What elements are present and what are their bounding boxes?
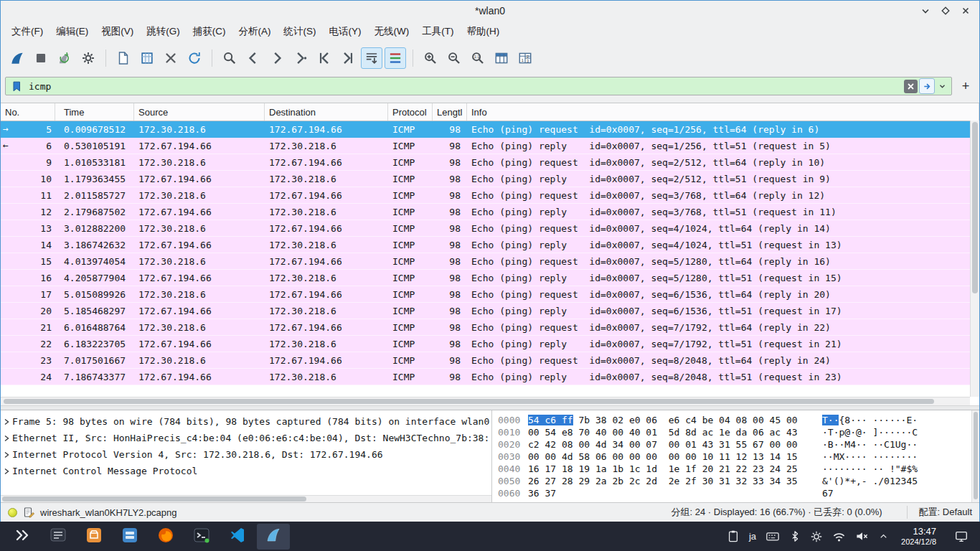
display-filter-box[interactable] [5, 77, 952, 95]
packet-row[interactable]: 122.179687502172.67.194.66172.30.218.6IC… [1, 204, 970, 220]
menu-item[interactable]: 统计(S) [278, 22, 323, 41]
wifi-icon[interactable] [832, 530, 846, 542]
packet-row[interactable]: 205.185468297172.67.194.66172.30.218.6IC… [1, 303, 970, 319]
menu-item[interactable]: 文件(F) [5, 22, 50, 41]
find-packet-button[interactable] [219, 47, 240, 69]
last-packet-button[interactable] [337, 47, 359, 69]
open-file-button[interactable] [113, 47, 134, 69]
hex-row[interactable]: 006036 3767 [492, 487, 979, 499]
packet-row[interactable]: 164.205877904172.67.194.66172.30.218.6IC… [1, 270, 970, 286]
hex-vscrollbar[interactable] [971, 410, 979, 502]
title-bar[interactable]: *wlan0 [1, 1, 979, 21]
window-list-button[interactable] [42, 524, 75, 550]
clipboard-icon[interactable] [727, 529, 740, 543]
restart-capture-button[interactable] [54, 47, 75, 69]
column-layout-button[interactable]: 123 [514, 47, 536, 69]
menu-item[interactable]: 电话(Y) [323, 22, 368, 41]
tray-expand-icon[interactable] [878, 531, 889, 542]
profile-label[interactable]: 配置: Default [907, 506, 972, 519]
filter-input[interactable] [26, 81, 903, 92]
packet-row[interactable]: ←60.530105191172.67.194.66172.30.218.6IC… [1, 138, 970, 154]
filter-apply-icon[interactable] [919, 78, 935, 94]
hex-row[interactable]: 000054 c6 ff 7b 38 02 e0 06 e6 c4 be 04 … [492, 414, 979, 426]
taskbar-clock[interactable]: 13:47 2024/12/8 [901, 526, 936, 547]
hex-row[interactable]: 005026 27 28 29 2a 2b 2c 2d 2e 2f 30 31 … [492, 475, 979, 487]
hex-row[interactable]: 0020c2 42 08 00 4d 34 00 07 00 01 43 31 … [492, 438, 979, 451]
first-packet-button[interactable] [314, 47, 335, 69]
wireshark-taskbar-button[interactable] [257, 524, 290, 550]
menu-item[interactable]: 工具(T) [415, 22, 460, 41]
expert-info-icon[interactable] [8, 508, 17, 517]
auto-scroll-button[interactable] [361, 47, 382, 69]
column-header-info[interactable]: Info [467, 103, 979, 121]
menu-item[interactable]: 跳转(G) [140, 22, 187, 41]
column-header-no[interactable]: No. [1, 103, 55, 121]
go-back-button[interactable] [242, 47, 264, 69]
app-menu-button[interactable] [6, 524, 39, 550]
show-desktop-icon[interactable] [954, 529, 969, 544]
start-capture-button[interactable] [6, 47, 28, 69]
shade-window-icon[interactable] [918, 3, 933, 19]
detail-tree-row[interactable]: Frame 5: 98 bytes on wire (784 bits), 98… [1, 413, 491, 430]
zoom-original-button[interactable]: 1:1 [467, 47, 489, 69]
column-header-source[interactable]: Source [134, 103, 265, 121]
capture-comment-icon[interactable] [23, 507, 34, 518]
details-hscrollbar-handle[interactable] [2, 496, 306, 501]
packet-list-vscrollbar[interactable] [970, 121, 979, 397]
expander-icon[interactable] [1, 451, 12, 458]
menu-item[interactable]: 视图(V) [95, 22, 140, 41]
package-manager-button[interactable] [77, 524, 110, 550]
expander-icon[interactable] [1, 435, 12, 442]
input-method-indicator[interactable]: ja [749, 531, 756, 542]
goto-packet-button[interactable] [290, 47, 311, 69]
packet-row[interactable]: 112.011585727172.30.218.6172.67.194.66IC… [1, 187, 970, 204]
menu-item[interactable]: 编辑(E) [50, 22, 95, 41]
hex-row[interactable]: 003000 00 4d 58 06 00 00 00 00 00 10 11 … [492, 451, 979, 463]
close-icon[interactable] [958, 3, 974, 19]
packet-row[interactable]: 175.015089926172.30.218.6172.67.194.66IC… [1, 286, 970, 303]
detail-tree-row[interactable]: Ethernet II, Src: HonHaiPrecis_c4:be:04 … [1, 430, 491, 446]
close-file-button[interactable] [160, 47, 182, 69]
filter-clear-icon[interactable] [904, 80, 918, 93]
capture-options-button[interactable] [77, 47, 99, 69]
hscrollbar-handle[interactable] [4, 399, 934, 404]
packet-row[interactable]: 226.183223705172.67.194.66172.30.218.6IC… [1, 336, 970, 352]
filter-bookmark-icon[interactable] [9, 80, 24, 93]
packet-row[interactable]: 216.016488764172.30.218.6172.67.194.66IC… [1, 319, 970, 336]
packet-list-hscrollbar[interactable] [1, 397, 970, 405]
go-forward-button[interactable] [266, 47, 288, 69]
column-header-destination[interactable]: Destination [265, 103, 388, 121]
brightness-icon[interactable] [810, 530, 823, 543]
keyboard-icon[interactable] [765, 529, 780, 543]
filter-dropdown-icon[interactable] [936, 82, 948, 91]
column-header-protocol[interactable]: Protocol [388, 103, 433, 121]
packet-row[interactable]: 133.012882200172.30.218.6172.67.194.66IC… [1, 220, 970, 237]
resize-columns-button[interactable] [491, 47, 512, 69]
menu-item[interactable]: 帮助(H) [460, 22, 506, 41]
terminal-button[interactable] [185, 524, 218, 550]
maximize-icon[interactable] [938, 3, 953, 19]
expander-icon[interactable] [1, 418, 12, 425]
stop-capture-button[interactable] [30, 47, 52, 69]
vscrollbar-handle[interactable] [972, 122, 978, 293]
expander-icon[interactable] [1, 468, 12, 475]
save-file-button[interactable] [136, 47, 158, 69]
detail-tree-row[interactable]: Internet Control Message Protocol [1, 463, 491, 479]
menu-item[interactable]: 无线(W) [368, 22, 416, 41]
menu-item[interactable]: 捕获(C) [187, 22, 232, 41]
hex-vscrollbar-handle[interactable] [974, 412, 978, 499]
bluetooth-icon[interactable] [789, 529, 801, 543]
packet-row[interactable]: 154.013974054172.30.218.6172.67.194.66IC… [1, 253, 970, 270]
file-manager-button[interactable] [113, 524, 146, 550]
column-header-length[interactable]: Lengtl [433, 103, 467, 121]
colorize-button[interactable] [385, 47, 406, 69]
detail-tree-row[interactable]: Internet Protocol Version 4, Src: 172.30… [1, 446, 491, 463]
reload-file-button[interactable] [184, 47, 205, 69]
zoom-out-button[interactable] [443, 47, 465, 69]
hex-row[interactable]: 001000 54 e8 70 40 00 40 01 5d 8d ac 1e … [492, 426, 979, 438]
hex-row[interactable]: 004016 17 18 19 1a 1b 1c 1d 1e 1f 20 21 … [492, 463, 979, 475]
details-hscrollbar[interactable] [1, 495, 491, 502]
zoom-in-button[interactable] [420, 47, 441, 69]
column-header-time[interactable]: Time [55, 103, 134, 121]
packet-row[interactable]: 91.010533181172.30.218.6172.67.194.66ICM… [1, 154, 970, 171]
